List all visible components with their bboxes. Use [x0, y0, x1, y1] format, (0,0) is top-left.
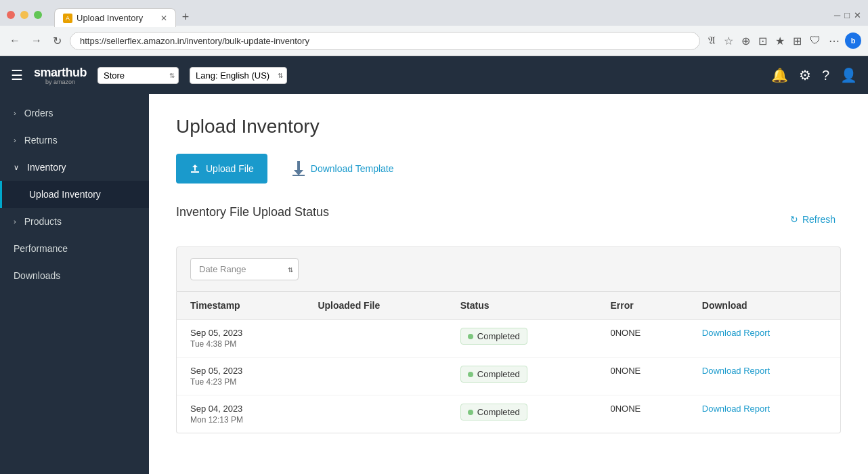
- svg-rect-2: [292, 175, 305, 176]
- browser-titlebar: A Upload Inventory ✕ + ─ □ ✕: [0, 0, 868, 26]
- date-0: Sep 05, 2023: [190, 328, 290, 338]
- restore-btn[interactable]: □: [844, 10, 850, 20]
- new-tab-button[interactable]: +: [176, 7, 195, 26]
- returns-chevron-icon: ›: [14, 136, 16, 144]
- bookmark-btn[interactable]: ☆: [721, 32, 736, 50]
- date-2: Sep 04, 2023: [190, 404, 290, 414]
- close-window-icon[interactable]: [7, 11, 15, 19]
- date-range-wrapper: Date Range: [190, 258, 299, 280]
- download-template-button[interactable]: Download Template: [278, 154, 408, 184]
- split-btn[interactable]: ⊡: [756, 32, 770, 50]
- store-selector[interactable]: Store: [97, 67, 179, 84]
- upload-file-label: Upload File: [206, 163, 254, 174]
- minimize-btn[interactable]: ─: [834, 10, 840, 20]
- url-text: https://sellerflex.amazon.in/inventory/b…: [80, 36, 309, 46]
- table-row: Sep 05, 2023 Tue 4:23 PM Completed 0NONE…: [177, 358, 840, 395]
- help-icon[interactable]: ?: [822, 68, 829, 83]
- bing-btn[interactable]: b: [845, 33, 861, 49]
- status-badge-2: Completed: [460, 404, 527, 421]
- profile-icon[interactable]: 👤: [840, 67, 857, 83]
- favorites-btn[interactable]: ★: [773, 32, 787, 50]
- date-range-select[interactable]: Date Range: [190, 258, 299, 280]
- table-container: Timestamp Uploaded File Status Error Dow…: [176, 292, 841, 433]
- close-btn[interactable]: ✕: [854, 10, 861, 20]
- time-1: Tue 4:23 PM: [190, 377, 290, 387]
- sidebar-item-inventory[interactable]: ∨ Inventory: [0, 154, 149, 181]
- time-2: Mon 12:13 PM: [190, 415, 290, 425]
- upload-file-button[interactable]: Upload File: [176, 154, 267, 184]
- sidebar-item-upload-inventory[interactable]: Upload Inventory: [0, 181, 149, 208]
- sidebar-item-upload-inventory-label: Upload Inventory: [29, 189, 101, 200]
- back-button[interactable]: ←: [7, 32, 23, 49]
- cell-status-0: Completed: [447, 320, 597, 358]
- logo-sub: by amazon: [45, 79, 75, 85]
- status-badge-0: Completed: [460, 328, 527, 345]
- orders-chevron-icon: ›: [14, 109, 16, 117]
- download-report-link-0[interactable]: Download Report: [702, 328, 770, 338]
- browser-shield-btn[interactable]: 🛡: [807, 32, 823, 49]
- cell-timestamp-0: Sep 05, 2023 Tue 4:38 PM: [177, 320, 304, 358]
- active-tab[interactable]: A Upload Inventory ✕: [54, 8, 176, 27]
- lang-selector[interactable]: Lang: English (US): [190, 67, 287, 84]
- sidebar-item-orders-label: Orders: [24, 108, 53, 118]
- address-bar[interactable]: https://sellerflex.amazon.in/inventory/b…: [70, 32, 700, 50]
- download-report-link-1[interactable]: Download Report: [702, 366, 770, 376]
- svg-marker-1: [294, 170, 303, 175]
- smarthub-logo: smarthub by amazon: [34, 66, 87, 85]
- cell-error-0: 0NONE: [596, 320, 688, 358]
- settings-icon[interactable]: ⚙: [799, 67, 811, 83]
- minimize-window-icon[interactable]: [20, 11, 28, 19]
- browser-controls: [7, 11, 42, 19]
- error-text-0: 0NONE: [610, 328, 641, 338]
- sidebar-item-inventory-label: Inventory: [27, 162, 66, 173]
- sidebar-item-performance[interactable]: Performance: [0, 235, 149, 262]
- sidebar-item-orders[interactable]: › Orders: [0, 100, 149, 127]
- products-chevron-icon: ›: [14, 217, 16, 225]
- app-header: ☰ smarthub by amazon Store Lang: English…: [0, 56, 868, 94]
- table-row: Sep 05, 2023 Tue 4:38 PM Completed 0NONE…: [177, 320, 840, 358]
- sidebar-item-downloads-label: Downloads: [14, 270, 60, 281]
- browser-navbar: ← → ↻ https://sellerflex.amazon.in/inven…: [0, 26, 868, 56]
- main-body: › Orders › Returns ∨ Inventory Upload In…: [0, 94, 868, 474]
- col-download: Download: [689, 292, 840, 320]
- refresh-icon: ↻: [790, 214, 798, 225]
- download-report-link-2[interactable]: Download Report: [702, 404, 770, 414]
- reload-button[interactable]: ↻: [50, 32, 64, 50]
- app-container: ☰ smarthub by amazon Store Lang: English…: [0, 56, 868, 474]
- sidebar-item-downloads[interactable]: Downloads: [0, 262, 149, 289]
- page-title: Upload Inventory: [176, 116, 841, 137]
- inventory-chevron-icon: ∨: [14, 163, 19, 172]
- sidebar-item-returns-label: Returns: [24, 135, 58, 146]
- col-timestamp: Timestamp: [177, 292, 304, 320]
- extensions-btn[interactable]: ⊕: [739, 32, 753, 50]
- cell-download-1: Download Report: [689, 358, 840, 395]
- header-icons: 🔔 ⚙ ? 👤: [771, 67, 857, 83]
- status-dot-2: [468, 410, 473, 415]
- notifications-icon[interactable]: 🔔: [771, 67, 788, 83]
- tab-close-button[interactable]: ✕: [160, 14, 167, 23]
- inventory-table: Timestamp Uploaded File Status Error Dow…: [177, 292, 840, 433]
- collections-btn[interactable]: ⊞: [790, 32, 804, 50]
- error-text-1: 0NONE: [610, 366, 641, 376]
- hamburger-menu[interactable]: ☰: [11, 67, 23, 83]
- refresh-label: Refresh: [802, 214, 836, 225]
- status-label-1: Completed: [477, 369, 520, 379]
- cell-error-1: 0NONE: [596, 358, 688, 395]
- cell-file-1: [304, 358, 446, 395]
- more-options-btn[interactable]: ⋯: [826, 32, 842, 50]
- sidebar-item-returns[interactable]: › Returns: [0, 127, 149, 154]
- lang-selector-wrapper: Lang: English (US): [190, 67, 287, 84]
- reading-mode-btn[interactable]: 𝔄: [706, 32, 718, 49]
- forward-button[interactable]: →: [28, 32, 45, 49]
- browser-actions: 𝔄 ☆ ⊕ ⊡ ★ ⊞ 🛡 ⋯ b: [706, 32, 861, 50]
- logo-text: smarthub: [34, 66, 87, 80]
- sidebar-item-products[interactable]: › Products: [0, 208, 149, 235]
- tab-title: Upload Inventory: [77, 13, 143, 23]
- tab-bar: A Upload Inventory ✕ +: [47, 3, 202, 26]
- refresh-button[interactable]: ↻ Refresh: [785, 211, 841, 228]
- maximize-window-icon[interactable]: [34, 11, 42, 19]
- filter-bar: Date Range: [176, 246, 841, 292]
- status-badge-1: Completed: [460, 366, 527, 383]
- cell-download-2: Download Report: [689, 395, 840, 433]
- status-dot-1: [468, 372, 473, 377]
